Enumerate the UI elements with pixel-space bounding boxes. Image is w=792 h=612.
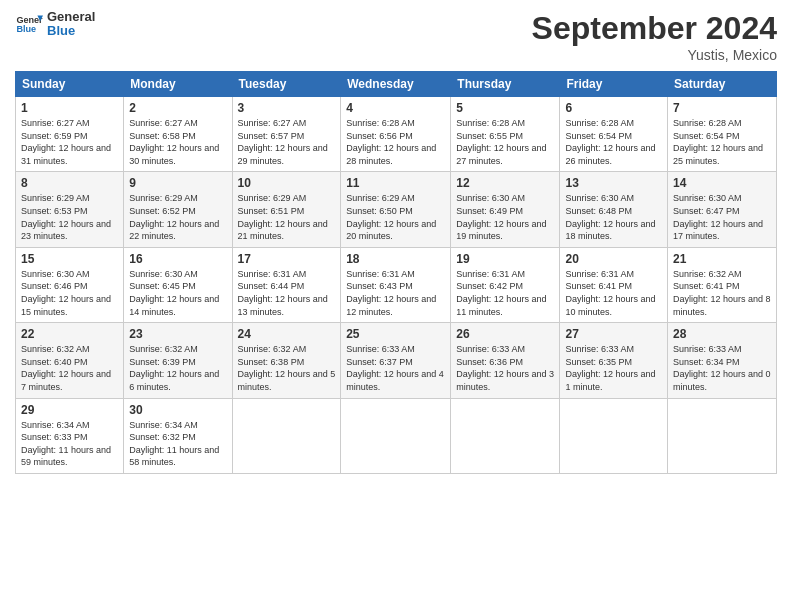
calendar-day-cell: 14 Sunrise: 6:30 AM Sunset: 6:47 PM Dayl…: [668, 172, 777, 247]
day-number: 16: [129, 252, 226, 266]
day-info: Sunrise: 6:27 AM Sunset: 6:58 PM Dayligh…: [129, 117, 226, 167]
day-number: 11: [346, 176, 445, 190]
day-number: 1: [21, 101, 118, 115]
calendar-day-cell: 17 Sunrise: 6:31 AM Sunset: 6:44 PM Dayl…: [232, 247, 341, 322]
day-number: 17: [238, 252, 336, 266]
calendar-day-cell: 19 Sunrise: 6:31 AM Sunset: 6:42 PM Dayl…: [451, 247, 560, 322]
day-info: Sunrise: 6:30 AM Sunset: 6:48 PM Dayligh…: [565, 192, 662, 242]
day-number: 8: [21, 176, 118, 190]
svg-text:Blue: Blue: [16, 25, 36, 35]
calendar-day-cell: 16 Sunrise: 6:30 AM Sunset: 6:45 PM Dayl…: [124, 247, 232, 322]
day-number: 12: [456, 176, 554, 190]
calendar-week-row: 22 Sunrise: 6:32 AM Sunset: 6:40 PM Dayl…: [16, 323, 777, 398]
calendar-day-cell: 11 Sunrise: 6:29 AM Sunset: 6:50 PM Dayl…: [341, 172, 451, 247]
logo-icon: General Blue: [15, 10, 43, 38]
day-number: 30: [129, 403, 226, 417]
day-number: 15: [21, 252, 118, 266]
day-info: Sunrise: 6:30 AM Sunset: 6:46 PM Dayligh…: [21, 268, 118, 318]
calendar-week-row: 29 Sunrise: 6:34 AM Sunset: 6:33 PM Dayl…: [16, 398, 777, 473]
calendar-day-cell: 1 Sunrise: 6:27 AM Sunset: 6:59 PM Dayli…: [16, 97, 124, 172]
day-info: Sunrise: 6:29 AM Sunset: 6:51 PM Dayligh…: [238, 192, 336, 242]
weekday-header: Friday: [560, 72, 668, 97]
day-number: 3: [238, 101, 336, 115]
day-info: Sunrise: 6:33 AM Sunset: 6:34 PM Dayligh…: [673, 343, 771, 393]
calendar-day-cell: 4 Sunrise: 6:28 AM Sunset: 6:56 PM Dayli…: [341, 97, 451, 172]
logo-text-general: General: [47, 10, 95, 24]
calendar-day-cell: 7 Sunrise: 6:28 AM Sunset: 6:54 PM Dayli…: [668, 97, 777, 172]
day-number: 5: [456, 101, 554, 115]
day-number: 20: [565, 252, 662, 266]
day-info: Sunrise: 6:34 AM Sunset: 6:32 PM Dayligh…: [129, 419, 226, 469]
day-number: 9: [129, 176, 226, 190]
day-number: 2: [129, 101, 226, 115]
calendar-day-cell: 28 Sunrise: 6:33 AM Sunset: 6:34 PM Dayl…: [668, 323, 777, 398]
calendar-day-cell: 20 Sunrise: 6:31 AM Sunset: 6:41 PM Dayl…: [560, 247, 668, 322]
calendar-day-cell: 18 Sunrise: 6:31 AM Sunset: 6:43 PM Dayl…: [341, 247, 451, 322]
calendar-day-cell: 24 Sunrise: 6:32 AM Sunset: 6:38 PM Dayl…: [232, 323, 341, 398]
calendar-day-cell: 5 Sunrise: 6:28 AM Sunset: 6:55 PM Dayli…: [451, 97, 560, 172]
calendar-day-cell: [668, 398, 777, 473]
calendar-header-row: SundayMondayTuesdayWednesdayThursdayFrid…: [16, 72, 777, 97]
day-info: Sunrise: 6:28 AM Sunset: 6:55 PM Dayligh…: [456, 117, 554, 167]
calendar-day-cell: [341, 398, 451, 473]
calendar-day-cell: [560, 398, 668, 473]
calendar-day-cell: 6 Sunrise: 6:28 AM Sunset: 6:54 PM Dayli…: [560, 97, 668, 172]
day-number: 10: [238, 176, 336, 190]
day-info: Sunrise: 6:30 AM Sunset: 6:47 PM Dayligh…: [673, 192, 771, 242]
day-info: Sunrise: 6:34 AM Sunset: 6:33 PM Dayligh…: [21, 419, 118, 469]
calendar-day-cell: 23 Sunrise: 6:32 AM Sunset: 6:39 PM Dayl…: [124, 323, 232, 398]
weekday-header: Thursday: [451, 72, 560, 97]
day-number: 23: [129, 327, 226, 341]
day-number: 19: [456, 252, 554, 266]
day-info: Sunrise: 6:33 AM Sunset: 6:37 PM Dayligh…: [346, 343, 445, 393]
day-info: Sunrise: 6:32 AM Sunset: 6:40 PM Dayligh…: [21, 343, 118, 393]
day-number: 21: [673, 252, 771, 266]
day-info: Sunrise: 6:31 AM Sunset: 6:42 PM Dayligh…: [456, 268, 554, 318]
calendar-day-cell: 30 Sunrise: 6:34 AM Sunset: 6:32 PM Dayl…: [124, 398, 232, 473]
calendar-day-cell: 2 Sunrise: 6:27 AM Sunset: 6:58 PM Dayli…: [124, 97, 232, 172]
day-info: Sunrise: 6:27 AM Sunset: 6:59 PM Dayligh…: [21, 117, 118, 167]
calendar-day-cell: 29 Sunrise: 6:34 AM Sunset: 6:33 PM Dayl…: [16, 398, 124, 473]
day-number: 22: [21, 327, 118, 341]
day-info: Sunrise: 6:31 AM Sunset: 6:43 PM Dayligh…: [346, 268, 445, 318]
day-info: Sunrise: 6:29 AM Sunset: 6:52 PM Dayligh…: [129, 192, 226, 242]
day-info: Sunrise: 6:28 AM Sunset: 6:56 PM Dayligh…: [346, 117, 445, 167]
header: General Blue General Blue September 2024…: [15, 10, 777, 63]
day-number: 6: [565, 101, 662, 115]
day-number: 28: [673, 327, 771, 341]
weekday-header: Tuesday: [232, 72, 341, 97]
calendar-week-row: 15 Sunrise: 6:30 AM Sunset: 6:46 PM Dayl…: [16, 247, 777, 322]
calendar-day-cell: 27 Sunrise: 6:33 AM Sunset: 6:35 PM Dayl…: [560, 323, 668, 398]
day-info: Sunrise: 6:27 AM Sunset: 6:57 PM Dayligh…: [238, 117, 336, 167]
day-number: 4: [346, 101, 445, 115]
title-block: September 2024 Yustis, Mexico: [532, 10, 777, 63]
day-info: Sunrise: 6:32 AM Sunset: 6:38 PM Dayligh…: [238, 343, 336, 393]
calendar-week-row: 8 Sunrise: 6:29 AM Sunset: 6:53 PM Dayli…: [16, 172, 777, 247]
calendar-day-cell: 10 Sunrise: 6:29 AM Sunset: 6:51 PM Dayl…: [232, 172, 341, 247]
calendar-day-cell: 22 Sunrise: 6:32 AM Sunset: 6:40 PM Dayl…: [16, 323, 124, 398]
calendar-week-row: 1 Sunrise: 6:27 AM Sunset: 6:59 PM Dayli…: [16, 97, 777, 172]
weekday-header: Wednesday: [341, 72, 451, 97]
calendar-day-cell: 3 Sunrise: 6:27 AM Sunset: 6:57 PM Dayli…: [232, 97, 341, 172]
day-info: Sunrise: 6:29 AM Sunset: 6:50 PM Dayligh…: [346, 192, 445, 242]
day-number: 26: [456, 327, 554, 341]
day-info: Sunrise: 6:28 AM Sunset: 6:54 PM Dayligh…: [673, 117, 771, 167]
calendar-day-cell: 25 Sunrise: 6:33 AM Sunset: 6:37 PM Dayl…: [341, 323, 451, 398]
day-number: 7: [673, 101, 771, 115]
day-number: 25: [346, 327, 445, 341]
day-info: Sunrise: 6:32 AM Sunset: 6:41 PM Dayligh…: [673, 268, 771, 318]
day-info: Sunrise: 6:28 AM Sunset: 6:54 PM Dayligh…: [565, 117, 662, 167]
month-title: September 2024: [532, 10, 777, 47]
calendar-day-cell: 12 Sunrise: 6:30 AM Sunset: 6:49 PM Dayl…: [451, 172, 560, 247]
calendar-day-cell: 26 Sunrise: 6:33 AM Sunset: 6:36 PM Dayl…: [451, 323, 560, 398]
logo-text-blue: Blue: [47, 24, 95, 38]
calendar-day-cell: 8 Sunrise: 6:29 AM Sunset: 6:53 PM Dayli…: [16, 172, 124, 247]
calendar-day-cell: [232, 398, 341, 473]
day-number: 29: [21, 403, 118, 417]
logo: General Blue General Blue: [15, 10, 95, 39]
day-info: Sunrise: 6:31 AM Sunset: 6:44 PM Dayligh…: [238, 268, 336, 318]
weekday-header: Saturday: [668, 72, 777, 97]
day-number: 24: [238, 327, 336, 341]
calendar-day-cell: [451, 398, 560, 473]
calendar-day-cell: 21 Sunrise: 6:32 AM Sunset: 6:41 PM Dayl…: [668, 247, 777, 322]
